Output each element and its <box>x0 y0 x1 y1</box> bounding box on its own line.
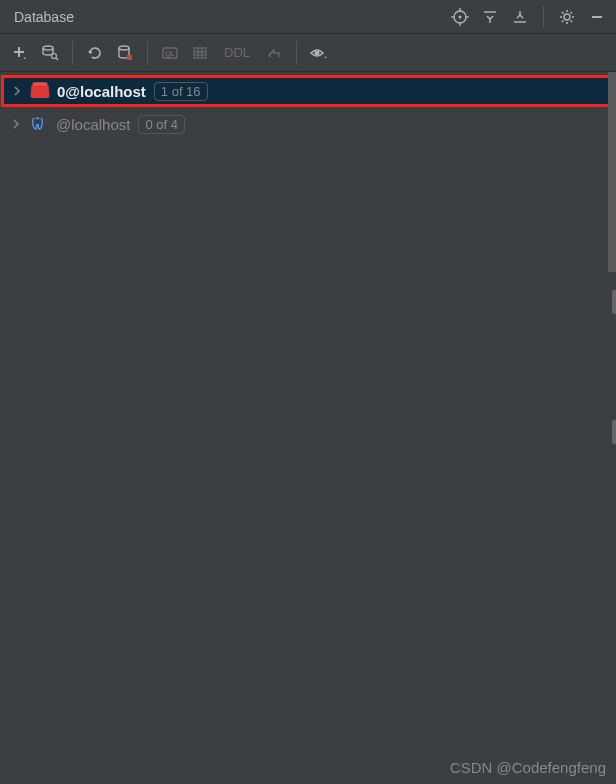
svg-rect-17 <box>127 55 132 60</box>
toolbar-group-3: QL DDL <box>160 43 284 63</box>
toolbar-divider-1 <box>72 41 73 65</box>
add-icon[interactable] <box>10 43 30 63</box>
stop-icon[interactable] <box>115 43 135 63</box>
tree-item-label: 0@localhost <box>57 83 146 100</box>
svg-point-16 <box>119 46 129 50</box>
view-options-icon[interactable] <box>309 43 329 63</box>
redis-icon <box>31 82 49 100</box>
toolbar-divider-3 <box>296 41 297 65</box>
minimize-icon[interactable] <box>588 8 606 26</box>
postgres-icon <box>30 115 48 133</box>
toolbar-group-1 <box>10 43 60 63</box>
ddl-button[interactable]: DDL <box>220 45 254 60</box>
header-actions <box>451 6 606 28</box>
tree-item-badge: 0 of 4 <box>138 115 185 134</box>
gear-icon[interactable] <box>558 8 576 26</box>
svg-point-1 <box>459 15 462 18</box>
database-tree: 0@localhost 1 of 16 @localhost 0 of 4 <box>0 72 616 140</box>
refresh-icon[interactable] <box>85 43 105 63</box>
svg-point-15 <box>52 53 57 58</box>
tree-item-redis[interactable]: 0@localhost 1 of 16 <box>1 75 615 107</box>
header-divider <box>543 6 544 28</box>
toolbar: QL DDL <box>0 34 616 72</box>
watermark: CSDN @Codefengfeng <box>450 759 606 776</box>
toolbar-group-4 <box>309 43 329 63</box>
toolbar-divider-2 <box>147 41 148 65</box>
datasource-properties-icon[interactable] <box>40 43 60 63</box>
panel-header: Database <box>0 0 616 34</box>
expand-all-icon[interactable] <box>481 8 499 26</box>
svg-text:QL: QL <box>165 50 175 58</box>
collapse-all-icon[interactable] <box>511 8 529 26</box>
svg-point-14 <box>43 46 53 50</box>
side-handle[interactable] <box>612 420 616 444</box>
target-icon[interactable] <box>451 8 469 26</box>
chevron-right-icon[interactable] <box>11 85 23 97</box>
svg-point-25 <box>315 50 320 55</box>
query-console-icon[interactable]: QL <box>160 43 180 63</box>
tree-item-label: @localhost <box>56 116 130 133</box>
svg-rect-20 <box>194 48 206 58</box>
navigate-icon[interactable] <box>264 43 284 63</box>
chevron-right-icon[interactable] <box>10 118 22 130</box>
tree-item-badge: 1 of 16 <box>154 82 208 101</box>
scrollbar[interactable] <box>608 72 616 272</box>
svg-point-10 <box>564 14 570 20</box>
toolbar-group-2 <box>85 43 135 63</box>
tree-item-postgres[interactable]: @localhost 0 of 4 <box>0 108 616 140</box>
side-handle[interactable] <box>612 290 616 314</box>
table-icon[interactable] <box>190 43 210 63</box>
panel-title: Database <box>14 9 74 25</box>
